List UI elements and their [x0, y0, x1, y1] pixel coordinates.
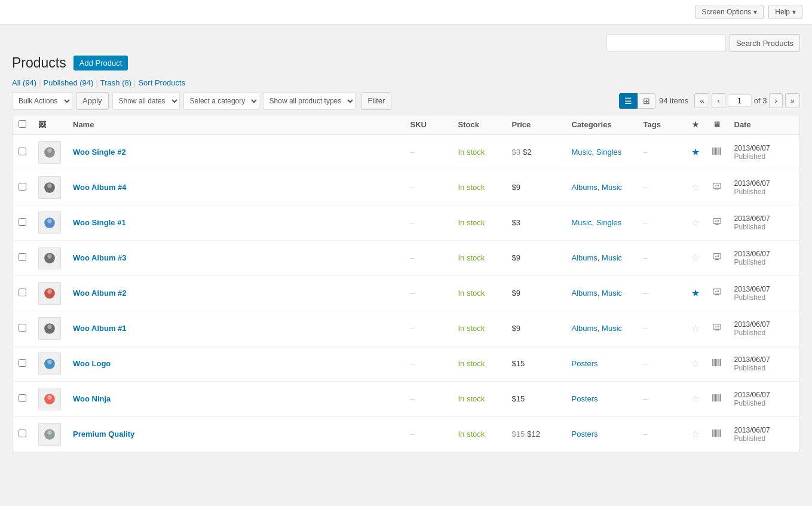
featured-star[interactable]: ★	[691, 147, 700, 157]
featured-star[interactable]: ★	[691, 288, 700, 298]
col-header-categories[interactable]: Categories	[566, 115, 638, 134]
items-count: 94 items	[659, 96, 688, 105]
stock-status: In stock	[458, 289, 485, 298]
svg-rect-59	[713, 359, 714, 366]
product-name-link[interactable]: Woo Album #2	[73, 289, 127, 298]
row-checkbox[interactable]	[19, 430, 26, 437]
apply-button[interactable]: Apply	[76, 92, 109, 110]
tab-published[interactable]: Published (94)	[44, 78, 94, 87]
category-select[interactable]: Select a category	[183, 92, 259, 110]
category-link[interactable]: Singles	[596, 148, 622, 157]
filter-button[interactable]: Filter	[361, 92, 392, 110]
search-products-button[interactable]: Search Products	[730, 34, 800, 52]
col-header-price[interactable]: Price	[506, 115, 566, 134]
view-toggle: ☰ ⊞	[619, 93, 655, 109]
grid-view-button[interactable]: ⊞	[638, 93, 655, 109]
product-name-link[interactable]: Woo Single #2	[73, 148, 126, 157]
stock-status: In stock	[458, 253, 485, 262]
category-link[interactable]: Music	[572, 148, 592, 157]
svg-rect-9	[720, 148, 721, 155]
svg-rect-5	[715, 148, 716, 155]
search-input[interactable]	[606, 34, 726, 52]
category-link[interactable]: Albums	[572, 253, 597, 262]
product-thumbnail	[38, 423, 61, 446]
featured-star[interactable]: ☆	[691, 323, 700, 333]
svg-rect-71	[716, 394, 717, 401]
col-header-date[interactable]: Date	[728, 115, 800, 134]
row-checkbox[interactable]	[19, 183, 26, 191]
next-page-button[interactable]: ›	[769, 93, 782, 108]
category-link[interactable]: Music	[602, 289, 622, 298]
col-header-tags[interactable]: Tags	[638, 115, 685, 134]
row-checkbox[interactable]	[19, 324, 26, 332]
svg-rect-82	[717, 430, 718, 437]
type-cell	[706, 240, 728, 275]
product-type-icon	[712, 289, 722, 298]
category-link[interactable]: Posters	[572, 394, 598, 403]
product-name-link[interactable]: Woo Single #1	[73, 218, 126, 227]
total-pages: of 3	[754, 96, 767, 105]
page-title: Products	[12, 54, 66, 72]
svg-point-39	[47, 289, 51, 293]
dates-select[interactable]: Show all dates	[112, 92, 180, 110]
category-link[interactable]: Singles	[596, 218, 622, 227]
help-button[interactable]: Help ▾	[768, 5, 802, 19]
category-link[interactable]: Posters	[572, 430, 598, 438]
product-name-link[interactable]: Woo Logo	[73, 359, 111, 368]
first-page-button[interactable]: «	[694, 93, 709, 108]
row-checkbox[interactable]	[19, 148, 26, 155]
featured-star[interactable]: ☆	[691, 429, 700, 439]
product-type-icon	[712, 394, 722, 404]
featured-star[interactable]: ☆	[691, 253, 700, 263]
top-bar: Screen Options ▾ Help ▾	[0, 0, 812, 24]
product-name-link[interactable]: Premium Quality	[73, 430, 134, 438]
type-cell	[706, 205, 728, 240]
categories-cell: Music, Singles	[566, 205, 638, 240]
category-link[interactable]: Music	[602, 324, 622, 333]
col-header-sku[interactable]: SKU	[405, 115, 452, 134]
category-link[interactable]: Music	[602, 253, 622, 262]
type-cell	[706, 311, 728, 346]
category-link[interactable]: Music	[572, 218, 592, 227]
col-header-stock[interactable]: Stock	[452, 115, 506, 134]
product-name-link[interactable]: Woo Ninja	[73, 394, 111, 403]
row-checkbox[interactable]	[19, 253, 26, 261]
product-thumbnail	[38, 352, 61, 375]
row-checkbox[interactable]	[19, 289, 26, 296]
svg-rect-78	[712, 430, 713, 437]
tab-trash[interactable]: Trash (8)	[100, 78, 131, 87]
prev-page-button[interactable]: ‹	[712, 93, 725, 108]
row-checkbox[interactable]	[19, 359, 26, 367]
featured-star[interactable]: ☆	[691, 182, 700, 192]
tab-sort-products[interactable]: Sort Products	[138, 78, 185, 87]
filter-row: Bulk Actions Apply Show all dates Select…	[12, 92, 800, 110]
categories-cell: Posters	[566, 346, 638, 381]
featured-star[interactable]: ☆	[691, 217, 700, 228]
featured-star[interactable]: ☆	[691, 358, 700, 369]
product-name-link[interactable]: Woo Album #4	[73, 183, 127, 192]
row-checkbox[interactable]	[19, 218, 26, 226]
category-link[interactable]: Albums	[572, 289, 597, 298]
stock-status: In stock	[458, 430, 485, 438]
row-checkbox[interactable]	[19, 394, 26, 402]
screen-options-button[interactable]: Screen Options ▾	[695, 5, 764, 19]
product-name-link[interactable]: Woo Album #1	[73, 324, 127, 333]
category-link[interactable]: Albums	[572, 324, 597, 333]
add-product-button[interactable]: Add Product	[73, 56, 128, 70]
last-page-button[interactable]: »	[785, 93, 800, 108]
featured-star[interactable]: ☆	[691, 394, 700, 404]
product-types-select[interactable]: Show all product types	[263, 92, 356, 110]
category-link[interactable]: Posters	[572, 359, 598, 368]
category-link[interactable]: Albums	[572, 183, 597, 192]
tab-all[interactable]: All (94)	[12, 78, 36, 87]
product-name-link[interactable]: Woo Album #3	[73, 253, 127, 262]
bulk-actions-select[interactable]: Bulk Actions	[12, 92, 72, 110]
list-view-button[interactable]: ☰	[619, 93, 638, 109]
page-input[interactable]	[728, 94, 752, 107]
category-link[interactable]: Music	[602, 183, 622, 192]
product-type-icon	[712, 253, 722, 263]
date-cell: 2013/06/07 Published	[728, 205, 800, 240]
select-all-checkbox[interactable]	[19, 120, 26, 128]
col-header-name[interactable]: Name	[67, 115, 405, 134]
product-thumbnail	[38, 211, 61, 234]
